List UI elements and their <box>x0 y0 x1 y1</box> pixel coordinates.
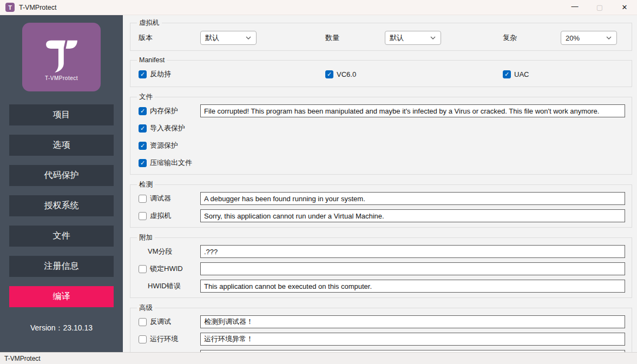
section-detect: 检测 ✓ 调试器 ✓ 虚拟机 <box>130 180 632 228</box>
window-controls: — ▢ ✕ <box>562 0 637 15</box>
import-table-protect-label: 导入表保护 <box>150 123 185 133</box>
uac-checkbox[interactable]: ✓ <box>503 70 511 78</box>
logo-t-icon <box>38 33 85 74</box>
section-manifest-title: Manifest <box>137 56 167 64</box>
vm-version-value: 默认 <box>205 33 245 43</box>
sidebar-item-code-protection[interactable]: 代码保护 <box>9 165 114 186</box>
section-file: 文件 ✓ 内存保护 ✓ 导入表保护 ✓ 资源保护 <box>130 92 632 175</box>
section-advanced-title: 高级 <box>137 303 155 313</box>
hwid-error-label: HWID错误 <box>148 281 181 291</box>
memory-protect-label: 内存保护 <box>150 106 178 116</box>
debugger-message-input[interactable] <box>200 192 625 205</box>
vm-count-select[interactable]: 默认 <box>385 31 441 45</box>
logo-card: T-VMProtect <box>22 23 101 91</box>
check-icon: ✓ <box>504 71 509 77</box>
vm-complexity-value: 20% <box>566 34 606 42</box>
section-file-title: 文件 <box>137 92 155 102</box>
runtime-env-label: 运行环境 <box>150 334 178 344</box>
chevron-down-icon <box>430 35 436 41</box>
memory-protect-message-input[interactable] <box>200 104 625 117</box>
check-icon: ✓ <box>140 71 145 77</box>
sidebar-item-options[interactable]: 选项 <box>9 135 114 156</box>
window-title: T-VMProtect <box>19 4 56 11</box>
vm-version-select[interactable]: 默认 <box>200 31 257 45</box>
vm-detect-label: 虚拟机 <box>150 211 171 221</box>
status-bar: T-VMProtect <box>0 352 637 364</box>
anti-hijack-label: 反劫持 <box>150 69 171 79</box>
vc60-checkbox[interactable]: ✓ <box>325 70 333 78</box>
check-icon: ✓ <box>140 160 145 166</box>
check-icon: ✓ <box>140 143 145 149</box>
anti-debug-label: 反调试 <box>150 317 171 327</box>
vc60-label: VC6.0 <box>337 70 356 78</box>
main-panel: 虚拟机 版本 默认 数量 默认 复杂 <box>123 15 637 352</box>
check-icon: ✓ <box>140 125 145 131</box>
minimize-button[interactable]: — <box>562 0 587 15</box>
section-detect-title: 检测 <box>137 180 155 189</box>
vm-version-label: 版本 <box>137 33 200 43</box>
vm-count-label: 数量 <box>324 33 385 43</box>
debugger-label: 调试器 <box>150 194 171 203</box>
sidebar-nav: 项目 选项 代码保护 授权系统 文件 注册信息 编译 <box>0 104 123 316</box>
lock-hwid-input[interactable] <box>200 262 625 275</box>
uac-label: UAC <box>514 70 529 78</box>
logo-label: T-VMProtect <box>45 75 78 81</box>
sidebar-item-license-system[interactable]: 授权系统 <box>9 195 114 216</box>
sidebar: T-VMProtect 项目 选项 代码保护 授权系统 文件 注册信息 编译 V… <box>0 15 123 352</box>
resource-protect-label: 资源保护 <box>150 141 178 150</box>
compile-button[interactable]: 编译 <box>9 286 114 307</box>
lock-hwid-checkbox[interactable]: ✓ <box>139 265 147 273</box>
title-bar: T T-VMProtect — ▢ ✕ <box>0 0 637 15</box>
sidebar-item-file[interactable]: 文件 <box>9 226 114 247</box>
status-text: T-VMProtect <box>4 355 41 362</box>
vm-count-value: 默认 <box>390 33 430 43</box>
section-extra: 附加 VM分段 ✓ 锁定HWID HWID错误 <box>130 233 632 298</box>
sidebar-item-registration[interactable]: 注册信息 <box>9 256 114 277</box>
import-table-protect-checkbox[interactable]: ✓ <box>139 124 147 133</box>
section-manifest: Manifest ✓ 反劫持 ✓ VC6.0 ✓ UAC <box>130 56 632 87</box>
runtime-env-message-input[interactable] <box>200 333 625 346</box>
version-label: Version：23.10.13 <box>30 323 93 333</box>
lock-hwid-label: 锁定HWID <box>150 264 183 274</box>
anti-hijack-checkbox[interactable]: ✓ <box>139 70 147 78</box>
section-vm-title: 虚拟机 <box>137 18 162 28</box>
maximize-button: ▢ <box>587 0 612 15</box>
app-icon: T <box>5 3 15 12</box>
compress-output-checkbox[interactable]: ✓ <box>139 159 147 167</box>
vm-detect-checkbox[interactable]: ✓ <box>139 212 147 220</box>
vm-detect-message-input[interactable] <box>200 209 625 222</box>
anti-debug-message-input[interactable] <box>200 315 625 328</box>
memory-protect-checkbox[interactable]: ✓ <box>139 107 147 115</box>
vm-complexity-label: 复杂 <box>501 33 561 43</box>
chevron-down-icon <box>245 35 252 41</box>
check-icon: ✓ <box>140 108 145 114</box>
compress-output-label: 压缩输出文件 <box>150 158 192 168</box>
vm-complexity-select[interactable]: 20% <box>561 31 617 45</box>
close-icon: ✕ <box>622 3 628 11</box>
resource-protect-checkbox[interactable]: ✓ <box>139 142 147 150</box>
anti-debug-checkbox[interactable]: ✓ <box>139 318 147 326</box>
minimize-icon: — <box>572 2 579 10</box>
close-button[interactable]: ✕ <box>612 0 637 15</box>
vm-segment-label: VM分段 <box>148 247 173 256</box>
section-extra-title: 附加 <box>137 233 155 242</box>
debugger-checkbox[interactable]: ✓ <box>139 195 147 203</box>
maximize-icon: ▢ <box>596 3 603 11</box>
sidebar-item-project[interactable]: 项目 <box>9 104 114 125</box>
hwid-error-input[interactable] <box>200 280 625 293</box>
section-vm: 虚拟机 版本 默认 数量 默认 复杂 <box>130 18 632 51</box>
check-icon: ✓ <box>327 71 332 77</box>
vm-segment-input[interactable] <box>200 245 625 258</box>
chevron-down-icon <box>606 35 612 41</box>
runtime-env-checkbox[interactable]: ✓ <box>139 335 147 343</box>
